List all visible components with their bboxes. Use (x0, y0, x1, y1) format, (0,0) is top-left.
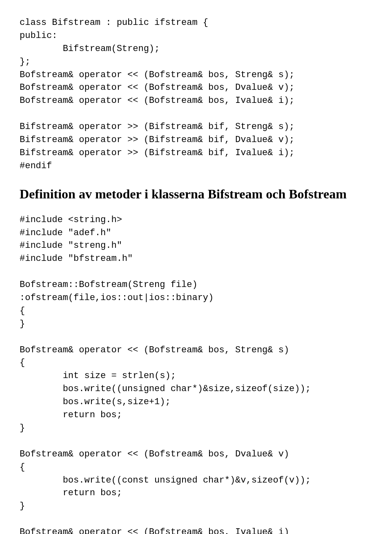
code-block-top: class Bifstream : public ifstream { publ… (20, 16, 372, 173)
section-heading: Definition av metoder i klasserna Bifstr… (20, 184, 372, 204)
code-block-bottom: #include <string.h> #include "adef.h" #i… (20, 214, 372, 534)
